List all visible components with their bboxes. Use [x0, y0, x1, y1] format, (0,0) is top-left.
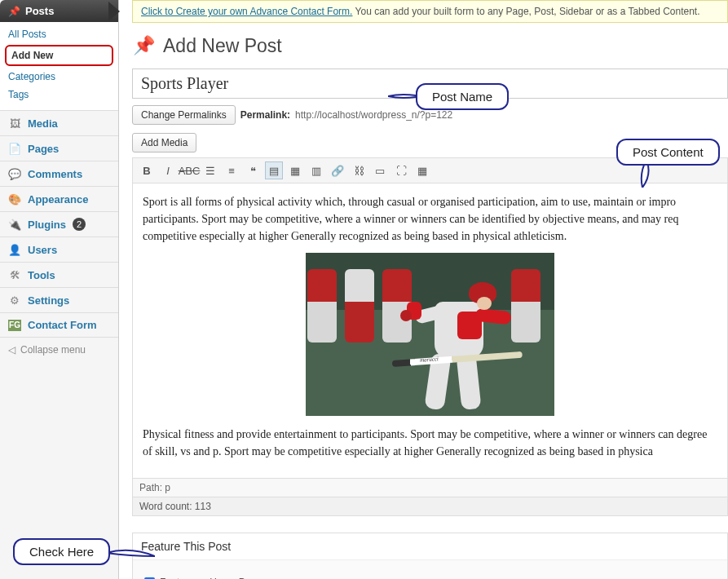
contact-form-icon: FG [8, 320, 21, 331]
strike-button[interactable]: ABC [180, 161, 198, 179]
ol-button[interactable]: ≡ [223, 161, 240, 179]
notice-bar: Click to Create your own Advance Contact… [132, 0, 728, 23]
menu-posts-label: Posts [25, 5, 54, 17]
menu-appearance[interactable]: 🎨 Appearance [0, 186, 118, 211]
kitchen-sink-button[interactable]: ▦ [413, 161, 431, 179]
admin-sidebar: 📌 Posts All Posts Add New Categories Tag… [0, 0, 119, 579]
unlink-button[interactable]: ⛓ [350, 161, 368, 179]
pin-icon: 📌 [8, 6, 20, 17]
word-count: Word count: 113 [132, 497, 728, 516]
fullscreen-button[interactable]: ⛶ [392, 161, 410, 179]
menu-posts-header[interactable]: 📌 Posts [0, 0, 118, 22]
comments-icon: 💬 [8, 167, 21, 180]
appearance-icon: 🎨 [8, 192, 21, 206]
menu-users-label: Users [28, 244, 57, 256]
menu-contact-form-label: Contact Form [28, 319, 97, 331]
menu-plugins-label: Plugins [28, 219, 66, 231]
collapse-label: Collapse menu [20, 344, 86, 356]
menu-contact-form[interactable]: FG Contact Form [0, 312, 118, 337]
menu-tools[interactable]: 🛠 Tools [0, 262, 118, 287]
collapse-icon: ◁ [8, 344, 15, 356]
submenu-add-new[interactable]: Add New [5, 45, 113, 66]
permalink-label: Permalink: [240, 109, 290, 121]
posts-submenu: All Posts Add New Categories Tags [0, 22, 118, 110]
media-icon: 🖼 [8, 117, 21, 130]
menu-appearance-label: Appearance [28, 193, 88, 206]
menu-comments[interactable]: 💬 Comments [0, 161, 118, 186]
menu-users[interactable]: 👤 Users [0, 236, 118, 262]
editor-content[interactable]: Sport is all forms of physical activity … [132, 183, 728, 479]
editor-path: Path: p [132, 479, 728, 497]
content-paragraph-2: Physical fitness and provide entertainme… [143, 426, 717, 460]
menu-pages-label: Pages [28, 143, 59, 155]
content-image-wrap: marucci [143, 253, 717, 421]
pushpin-icon: 📌 [132, 34, 155, 57]
link-button[interactable]: 🔗 [329, 161, 346, 179]
collapse-menu[interactable]: ◁ Collapse menu [0, 337, 118, 362]
menu-settings[interactable]: ⚙ Settings [0, 287, 118, 312]
content-paragraph-1: Sport is all forms of physical activity … [143, 193, 717, 245]
notice-text: You can add your built form to any Page,… [352, 6, 699, 17]
callout-check-here-tail [106, 545, 155, 561]
submenu-all-posts[interactable]: All Posts [0, 25, 118, 43]
plugins-icon: 🔌 [8, 218, 21, 231]
italic-button[interactable]: I [159, 161, 177, 179]
notice-link[interactable]: Click to Create your own Advance Contact… [141, 6, 352, 17]
menu-pages[interactable]: 📄 Pages [0, 135, 118, 161]
page-title: Add New Post [163, 35, 282, 57]
menu-plugins[interactable]: 🔌 Plugins 2 [0, 211, 118, 236]
bat-label: marucci [420, 355, 439, 365]
menu-settings-label: Settings [28, 294, 69, 307]
content-image[interactable]: marucci [306, 253, 554, 416]
more-button[interactable]: ▭ [371, 161, 389, 179]
menu-media[interactable]: 🖼 Media [0, 110, 118, 135]
menu-comments-label: Comments [28, 168, 82, 180]
plugins-badge: 2 [73, 218, 86, 231]
permalink-url: http://localhost/wordpress_n/?p=122 [295, 109, 452, 121]
submenu-categories[interactable]: Categories [0, 68, 118, 86]
quote-button[interactable]: ❝ [244, 161, 262, 179]
callout-check-here: Check Here [13, 538, 110, 565]
align-center-button[interactable]: ▦ [286, 161, 304, 179]
align-left-button[interactable]: ▤ [265, 161, 283, 179]
submenu-tags[interactable]: Tags [0, 86, 118, 104]
settings-icon: ⚙ [8, 294, 21, 307]
feature-this-post-box: Feature This Post Feature on Home Page [132, 533, 728, 579]
feature-heading: Feature This Post [133, 533, 727, 560]
menu-tools-label: Tools [28, 269, 55, 281]
callout-post-content: Post Content [616, 139, 720, 166]
main-content: Click to Create your own Advance Contact… [119, 0, 728, 579]
bold-button[interactable]: B [138, 161, 156, 179]
users-icon: 👤 [8, 243, 21, 256]
add-media-button[interactable]: Add Media [132, 133, 196, 152]
ul-button[interactable]: ☰ [201, 161, 219, 179]
align-right-button[interactable]: ▥ [307, 161, 325, 179]
callout-post-name: Post Name [416, 83, 509, 110]
menu-media-label: Media [28, 117, 58, 130]
page-title-wrap: 📌 Add New Post [132, 34, 728, 57]
tools-icon: 🛠 [8, 268, 21, 281]
pages-icon: 📄 [8, 142, 21, 155]
change-permalinks-button[interactable]: Change Permalinks [132, 105, 236, 125]
